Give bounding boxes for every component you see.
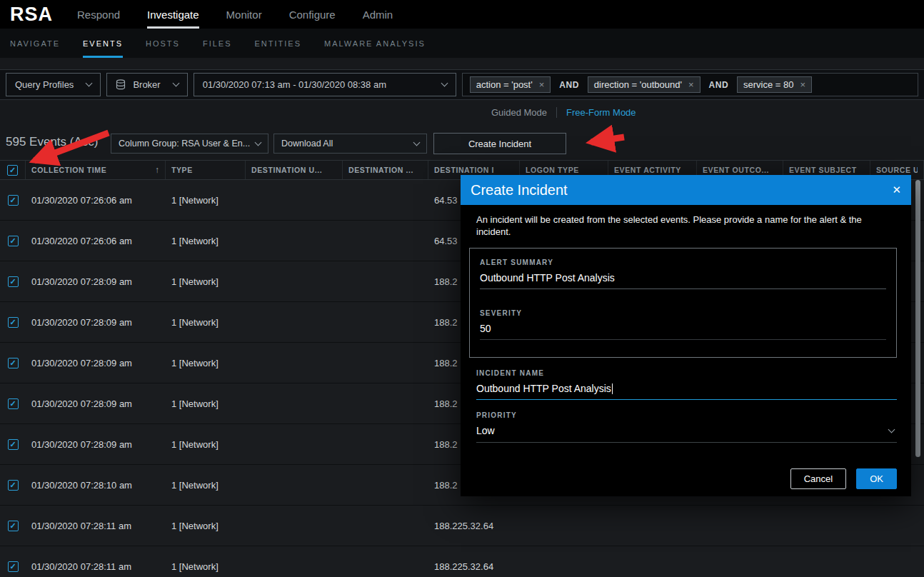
table-row[interactable]: ✓01/30/2020 07:28:11 am1 [Network]188.22… <box>0 546 924 577</box>
check-icon: ✓ <box>9 400 16 408</box>
query-filter-pill[interactable]: action = 'post'× <box>470 76 551 93</box>
cell-destination-user <box>246 383 343 423</box>
incident-name-label: INCIDENT NAME <box>476 369 897 377</box>
query-profiles-label: Query Profiles <box>15 79 74 90</box>
download-all-select[interactable]: Download All <box>273 134 427 154</box>
ok-button[interactable]: OK <box>856 468 897 489</box>
priority-label: PRIORITY <box>476 411 897 419</box>
cell-type: 1 [Network] <box>166 383 246 423</box>
row-checkbox[interactable]: ✓ <box>8 317 19 328</box>
rsa-logo[interactable]: RSA <box>10 4 53 26</box>
filter-text: service = 80 <box>743 79 793 90</box>
sub-nav-item-malware-analysis[interactable]: MALWARE ANALYSIS <box>324 29 426 58</box>
remove-filter-icon[interactable]: × <box>688 79 694 90</box>
investigate-sub-nav: NAVIGATEEVENTSHOSTSFILESENTITIESMALWARE … <box>0 29 924 58</box>
row-checkbox[interactable]: ✓ <box>8 521 19 531</box>
top-nav-item-monitor[interactable]: Monitor <box>226 0 262 29</box>
top-nav-item-investigate[interactable]: Investigate <box>147 0 199 29</box>
top-nav: RSA RespondInvestigateMonitorConfigureAd… <box>0 0 924 29</box>
alert-fieldset: ALERT SUMMARY Outbound HTTP Post Analysi… <box>469 248 897 358</box>
row-select-cell: ✓ <box>0 546 26 577</box>
cell-collection-time: 01/30/2020 07:28:09 am <box>26 302 166 342</box>
column-header-collection-time[interactable]: COLLECTION TIME↑ <box>26 161 166 179</box>
row-checkbox[interactable]: ✓ <box>8 439 19 450</box>
query-filter-input[interactable]: action = 'post'×ANDdirection = 'outbound… <box>462 73 918 96</box>
sub-nav-item-navigate[interactable]: NAVIGATE <box>10 29 60 58</box>
cell-destination <box>343 465 428 505</box>
sub-nav-item-files[interactable]: FILES <box>203 29 232 58</box>
filter-operator-and: AND <box>559 80 579 90</box>
modal-footer: Cancel OK <box>469 468 897 489</box>
close-icon[interactable]: ✕ <box>892 184 901 196</box>
cell-type: 1 [Network] <box>166 261 246 301</box>
row-checkbox[interactable]: ✓ <box>8 480 19 491</box>
column-header-label: EVENT SUBJECT <box>789 166 857 174</box>
free-form-mode-link[interactable]: Free-Form Mode <box>566 107 636 118</box>
cell-destination <box>343 424 428 464</box>
cell-empty <box>783 546 870 577</box>
cell-collection-time: 01/30/2020 07:28:09 am <box>26 424 166 464</box>
create-incident-button[interactable]: Create Incident <box>433 133 566 154</box>
cell-destination <box>343 506 428 546</box>
mode-divider <box>556 107 557 118</box>
remove-filter-icon[interactable]: × <box>800 79 806 90</box>
row-checkbox[interactable]: ✓ <box>8 195 19 206</box>
column-group-value: Column Group: RSA User & En... <box>119 139 250 149</box>
column-header-destination[interactable]: DESTINATION ... <box>343 161 428 179</box>
cell-destination <box>343 343 428 383</box>
download-all-value: Download All <box>281 139 333 149</box>
row-checkbox[interactable]: ✓ <box>8 358 19 368</box>
cell-destination <box>343 221 428 261</box>
cell-destination <box>343 180 428 220</box>
row-checkbox[interactable]: ✓ <box>8 561 19 572</box>
remove-filter-icon[interactable]: × <box>539 79 545 90</box>
query-filter-pill[interactable]: service = 80× <box>737 76 812 93</box>
select-all-cell: ✓ <box>0 161 26 179</box>
row-select-cell: ✓ <box>0 424 26 464</box>
row-checkbox[interactable]: ✓ <box>8 398 19 409</box>
column-header-destination-u[interactable]: DESTINATION U... <box>246 161 343 179</box>
sub-nav-item-hosts[interactable]: HOSTS <box>146 29 180 58</box>
events-toolbar: 595 Events (Asc) Column Group: RSA User … <box>0 131 924 156</box>
row-select-cell: ✓ <box>0 465 26 505</box>
row-checkbox[interactable]: ✓ <box>8 236 19 246</box>
incident-name-input[interactable]: Outbound HTTP Post Analysis <box>476 383 897 400</box>
cell-collection-time: 01/30/2020 07:28:11 am <box>26 506 166 546</box>
cell-empty <box>608 546 697 577</box>
column-header-type[interactable]: TYPE <box>166 161 246 179</box>
modal-header: Create Incident ✕ <box>461 175 911 205</box>
column-group-select[interactable]: Column Group: RSA User & En... <box>111 134 268 154</box>
top-nav-item-configure[interactable]: Configure <box>289 0 336 29</box>
check-icon: ✓ <box>9 237 16 245</box>
severity-input[interactable]: 50 <box>480 323 886 340</box>
row-checkbox[interactable]: ✓ <box>8 276 19 287</box>
query-filter-pill[interactable]: direction = 'outbound'× <box>588 76 700 93</box>
sub-nav-item-events[interactable]: EVENTS <box>83 29 123 58</box>
guided-mode-link[interactable]: Guided Mode <box>491 107 547 118</box>
cell-destination-user <box>246 546 343 577</box>
row-select-cell: ✓ <box>0 221 26 261</box>
sub-nav-item-entities[interactable]: ENTITIES <box>255 29 302 58</box>
cell-empty <box>520 506 608 546</box>
priority-value: Low <box>476 425 495 436</box>
select-all-checkbox[interactable]: ✓ <box>7 165 18 176</box>
severity-label: SEVERITY <box>480 309 886 317</box>
top-nav-item-admin[interactable]: Admin <box>363 0 393 29</box>
alert-summary-input[interactable]: Outbound HTTP Post Analysis <box>480 272 886 289</box>
cell-collection-time: 01/30/2020 07:28:09 am <box>26 261 166 301</box>
top-nav-item-respond[interactable]: Respond <box>77 0 120 29</box>
cell-empty <box>697 546 783 577</box>
incident-name-value: Outbound HTTP Post Analysis <box>476 383 611 394</box>
cell-destination <box>343 383 428 423</box>
modal-body: An incident will be created from the sel… <box>461 205 911 496</box>
chevron-down-icon <box>441 80 448 87</box>
time-range-selector[interactable]: 01/30/2020 07:13 am - 01/30/2020 08:38 a… <box>194 73 456 96</box>
filter-text: direction = 'outbound' <box>594 79 682 90</box>
table-row[interactable]: ✓01/30/2020 07:28:11 am1 [Network]188.22… <box>0 506 924 546</box>
vertical-scrollbar[interactable] <box>915 180 920 457</box>
service-selector-button[interactable]: Broker <box>106 73 187 96</box>
cancel-button[interactable]: Cancel <box>790 468 846 489</box>
cell-empty <box>783 506 870 546</box>
query-profiles-button[interactable]: Query Profiles <box>6 73 101 96</box>
priority-select[interactable]: Low <box>476 425 897 443</box>
